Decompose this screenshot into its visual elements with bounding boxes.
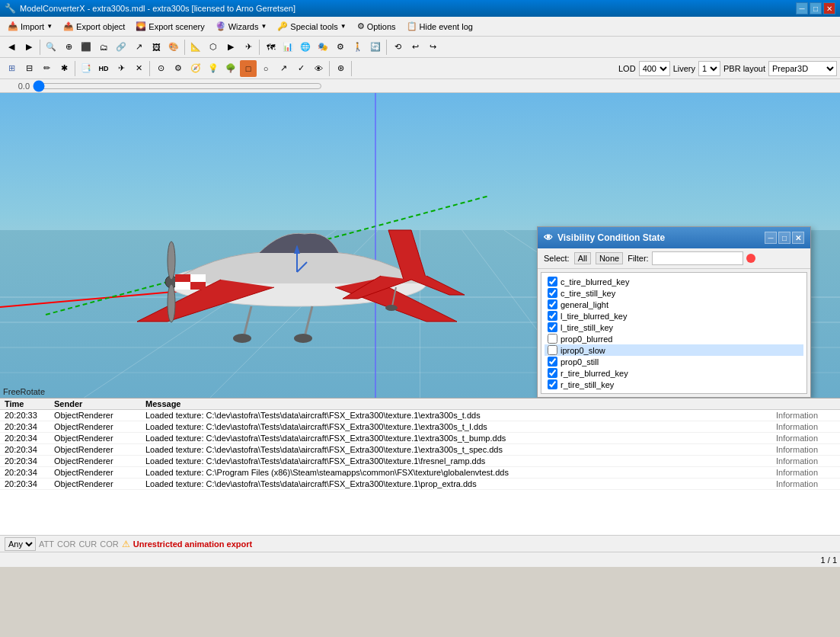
tb2-layer[interactable]: 📑 xyxy=(78,60,94,77)
tb2-check[interactable]: ✓ xyxy=(292,60,309,77)
tb2-light[interactable]: 💡 xyxy=(205,60,222,77)
menu-export-object[interactable]: 📤 Export object xyxy=(59,20,129,33)
tb-forward[interactable]: ▶ xyxy=(21,39,37,56)
vis-checkbox[interactable] xyxy=(548,379,557,389)
tb2-x[interactable]: ✕ xyxy=(130,60,147,77)
vis-list-item[interactable]: l_tire_still_key xyxy=(545,322,803,333)
tb2-circle-check[interactable]: ⊛ xyxy=(332,60,349,77)
dialog-minimize-button[interactable]: ─ xyxy=(765,232,777,244)
vis-list-item[interactable]: c_tire_blurred_key xyxy=(545,276,803,287)
tb2-tree[interactable]: 🌳 xyxy=(222,60,239,77)
close-button[interactable]: ✕ xyxy=(823,2,835,14)
tb2-grid2[interactable]: ⊟ xyxy=(21,60,37,77)
timeline-slider[interactable] xyxy=(33,80,322,92)
tb2-plane[interactable]: ✈ xyxy=(113,60,129,77)
menu-special-tools[interactable]: 🔑 Special tools ▼ xyxy=(273,20,350,33)
tb2-hd[interactable]: HD xyxy=(95,60,112,77)
tb-redo[interactable]: ↪ xyxy=(424,39,441,56)
tb-revert[interactable]: ⟲ xyxy=(389,39,406,56)
visibility-list[interactable]: c_tire_blurred_keyc_tire_still_keygenera… xyxy=(541,272,807,394)
tb-map[interactable]: 🗺 xyxy=(262,39,279,56)
select-all-button[interactable]: All xyxy=(574,252,591,264)
vis-checkbox[interactable] xyxy=(548,299,557,309)
tb2-gear[interactable]: ⚙ xyxy=(170,60,187,77)
vis-list-item[interactable]: l_tire_blurred_key xyxy=(545,310,803,322)
dialog-controls[interactable]: ─ □ ✕ xyxy=(765,232,804,244)
tb-zoom-region[interactable]: ⊕ xyxy=(60,39,77,56)
tb-color[interactable]: 🎭 xyxy=(315,39,331,56)
vis-checkbox[interactable] xyxy=(548,357,557,367)
window-title: ModelConverterX - extra300s.mdl - extra3… xyxy=(20,4,295,13)
lod-select[interactable]: 400 xyxy=(639,61,670,76)
tb-zoom[interactable]: 🔍 xyxy=(43,39,59,56)
tb-refresh[interactable]: 🔄 xyxy=(367,39,384,56)
dialog-close-button[interactable]: ✕ xyxy=(792,232,804,244)
tb2-eye[interactable]: 👁 xyxy=(310,60,327,77)
menu-export-scenery[interactable]: 🌄 Export scenery xyxy=(131,20,209,33)
vis-list-item[interactable]: general_light xyxy=(545,299,803,310)
vis-checkbox[interactable] xyxy=(548,277,557,286)
vis-checkbox[interactable] xyxy=(548,368,557,378)
vis-list-item[interactable]: iprop0_slow xyxy=(545,344,803,356)
maximize-button[interactable]: □ xyxy=(810,2,822,14)
select-none-button[interactable]: None xyxy=(596,252,623,264)
tb2-star[interactable]: ✱ xyxy=(56,60,72,77)
window-controls[interactable]: ─ □ ✕ xyxy=(796,2,835,14)
tb-export[interactable]: 📊 xyxy=(279,39,296,56)
vis-list-item[interactable]: prop0_blurred xyxy=(545,333,803,344)
vis-checkbox[interactable] xyxy=(548,322,557,332)
menu-options[interactable]: ⚙ Options xyxy=(353,20,401,33)
dialog-maximize-button[interactable]: □ xyxy=(778,232,790,244)
tb2-grid[interactable]: ⊞ xyxy=(3,60,20,77)
tb-more1[interactable]: ⚙ xyxy=(332,39,349,56)
tb-undo[interactable]: ↩ xyxy=(407,39,423,56)
vis-checkbox[interactable] xyxy=(548,288,557,298)
vis-list-item[interactable]: c_tire_still_key xyxy=(545,287,803,299)
app-icon: 🔧 xyxy=(5,3,16,14)
vis-list-item[interactable]: r_tire_blurred_key xyxy=(545,367,803,379)
tb2-ring[interactable]: ⊙ xyxy=(152,60,169,77)
tb-anim[interactable]: ▶ xyxy=(222,39,239,56)
log-cell-type: Information xyxy=(771,433,840,444)
tb2-arrow[interactable]: ↗ xyxy=(275,60,292,77)
log-cell-message: Loaded texture: C:\dev\astofra\Tests\dat… xyxy=(141,444,771,456)
tb-lod-gen[interactable]: 📐 xyxy=(187,39,204,56)
tb2-cube[interactable]: □ xyxy=(240,60,257,77)
pbr-select[interactable]: Prepar3D xyxy=(768,61,837,76)
tb-material[interactable]: 🎨 xyxy=(165,39,182,56)
log-cell-time: 20:20:34 xyxy=(0,479,50,490)
vis-list-item[interactable]: r_tire_still_key xyxy=(545,379,803,390)
vis-item-label: c_tire_still_key xyxy=(561,289,615,298)
svg-point-12 xyxy=(168,284,175,322)
svg-point-18 xyxy=(233,334,251,343)
vis-checkbox[interactable] xyxy=(548,345,557,355)
tb-walk[interactable]: 🚶 xyxy=(350,39,366,56)
livery-select[interactable]: 1 xyxy=(698,61,720,76)
visibility-dialog-titlebar: 👁 Visibility Condition State ─ □ ✕ xyxy=(538,227,810,248)
tb-prop[interactable]: ✈ xyxy=(240,39,257,56)
svg-line-24 xyxy=(297,262,307,272)
menu-hide-log[interactable]: 📋 Hide event log xyxy=(402,20,477,33)
filter-input[interactable] xyxy=(652,251,743,265)
vis-checkbox[interactable] xyxy=(548,311,557,321)
viewport[interactable]: FreeRotate 👁 Visibility Condition State … xyxy=(0,93,840,398)
minimize-button[interactable]: ─ xyxy=(796,2,808,14)
vis-list-item[interactable]: prop0_still xyxy=(545,356,803,367)
log-cell-type: Information xyxy=(771,421,840,433)
vis-checkbox[interactable] xyxy=(548,334,557,344)
tb-nodes[interactable]: ⬛ xyxy=(78,39,94,56)
tb-hierarchy[interactable]: 🗂 xyxy=(95,39,112,56)
tb-back[interactable]: ◀ xyxy=(3,39,20,56)
menu-import[interactable]: 📥 Import ▼ xyxy=(3,20,57,33)
tb-texture[interactable]: 🖼 xyxy=(148,39,164,56)
tb2-pen[interactable]: ✏ xyxy=(38,60,55,77)
tb-globe[interactable]: 🌐 xyxy=(297,39,314,56)
animation-dropdown[interactable]: Any xyxy=(5,537,36,551)
tb-attach[interactable]: 🔗 xyxy=(113,39,129,56)
tb2-nav[interactable]: 🧭 xyxy=(187,60,204,77)
svg-rect-15 xyxy=(175,282,190,290)
menu-wizards[interactable]: 🔮 Wizards ▼ xyxy=(211,20,272,33)
tb-wire[interactable]: ⬡ xyxy=(205,39,222,56)
tb-select[interactable]: ↗ xyxy=(130,39,147,56)
tb2-sphere[interactable]: ○ xyxy=(257,60,274,77)
